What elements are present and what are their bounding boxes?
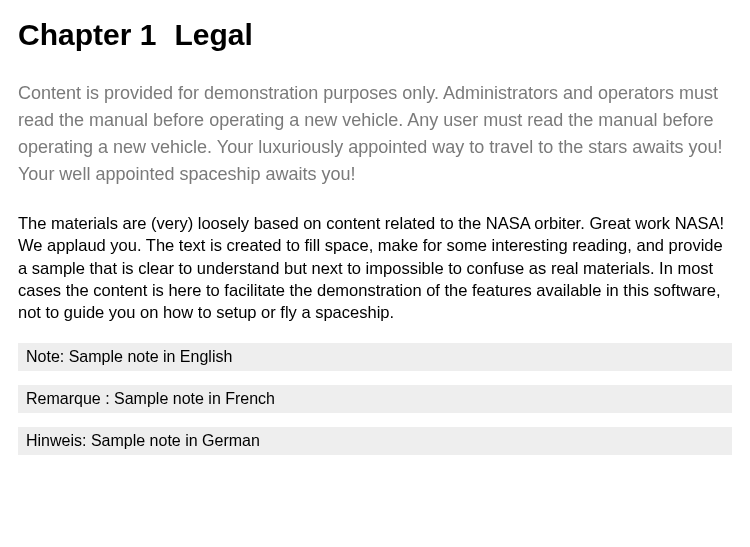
chapter-heading: Chapter 1Legal [18,18,732,52]
chapter-title: Legal [174,18,252,51]
note-english: Note: Sample note in English [18,343,732,371]
intro-paragraph: Content is provided for demonstration pu… [18,80,732,188]
chapter-number: Chapter 1 [18,18,156,51]
note-french: Remarque : Sample note in French [18,385,732,413]
note-german: Hinweis: Sample note in German [18,427,732,455]
body-paragraph: The materials are (very) loosely based o… [18,212,732,323]
